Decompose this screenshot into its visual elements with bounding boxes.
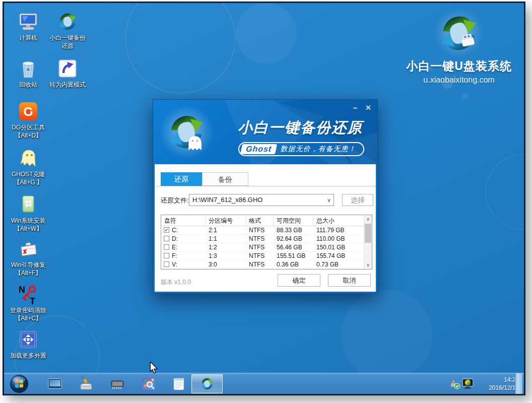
bokeh-circle <box>125 3 236 94</box>
total-size: 155.74 GB <box>313 252 364 260</box>
curved-arrow-icon <box>56 57 79 80</box>
tray-usb-icon[interactable] <box>449 378 460 389</box>
fs-format: NTFS <box>246 235 274 243</box>
backup-restore-dialog: 小白一键备份还原 Ghost 数据无价，有备无患！ – ✕ 还原 备份 还原文件… <box>153 99 378 294</box>
xiaobai-usb-logo-icon <box>435 9 483 57</box>
partition-table-body: ✓C:2:1NTFS88.33 GB111.79 GBD:1:1NTFS92.6… <box>161 226 364 269</box>
ok-button[interactable]: 确定 <box>278 274 320 287</box>
tray-display-icon[interactable] <box>461 377 474 390</box>
taskbar-notepad-icon[interactable] <box>171 376 186 391</box>
free-space: 0.36 GB <box>274 260 313 268</box>
free-space: 155.51 GB <box>274 252 313 260</box>
nt-key-icon: NT <box>17 283 40 306</box>
total-size: 110.00 GB <box>313 235 364 243</box>
free-space: 88.33 GB <box>274 226 313 234</box>
desktop-icon-load-more[interactable]: 加载更多外置 <box>5 328 51 360</box>
fs-format: NTFS <box>246 252 274 260</box>
desktop-icon-label: DG分区工具 【Alt+D】 <box>5 124 51 140</box>
table-row[interactable]: V:3:0NTFS0.36 GB0.73 GB <box>161 260 364 269</box>
win-installer-icon <box>17 193 40 216</box>
table-row[interactable]: ✓C:2:1NTFS88.33 GB111.79 GB <box>161 226 364 235</box>
svg-text:T: T <box>30 296 35 305</box>
scroll-up-icon[interactable]: ∧ <box>364 216 372 223</box>
tab-restore[interactable]: 还原 <box>161 172 202 186</box>
start-button[interactable] <box>10 374 29 393</box>
taskbar: 14:28 2016/12/15 <box>4 373 524 394</box>
tab-divider <box>155 186 376 186</box>
row-checkbox[interactable] <box>164 236 169 241</box>
row-checkbox[interactable] <box>164 253 169 258</box>
desktop-icon-label: 登录密码清除 【Alt+C】 <box>5 307 51 322</box>
table-scrollbar[interactable]: ∧ ∨ <box>364 215 372 269</box>
xiaobai-backup-icon <box>56 10 79 33</box>
desktop-icon-label: Win系统安装 【Alt+W】 <box>5 217 51 233</box>
table-row[interactable]: D:1:1NTFS92.64 GB110.00 GB <box>161 235 364 243</box>
drive-cell: F: <box>161 252 206 260</box>
cancel-button[interactable]: 取消 <box>328 274 371 287</box>
drive-letter: V: <box>172 260 177 268</box>
column-header-partition: 分区编号 <box>206 215 246 226</box>
desktop-background: 计算机 回收站 G DG分区工具 【Alt+D】 GHOST克隆 【Alt+G … <box>4 3 524 394</box>
row-checkbox[interactable] <box>164 244 169 250</box>
table-row[interactable]: E:1:2NTFS56.46 GB150.01 GB <box>161 243 364 252</box>
desktop-icon-password-clear[interactable]: NT 登录密码清除 【Alt+C】 <box>5 283 51 322</box>
desktop-icon-xiaobai-backup[interactable]: 小白一键备份 还原 <box>44 10 91 50</box>
drive-cell: E: <box>161 243 206 251</box>
restore-file-label: 还原文件: <box>161 196 189 205</box>
total-size: 111.79 GB <box>313 226 364 234</box>
desktop-icon-label: 转为内置模式 <box>44 81 91 89</box>
ghost-chip: Ghost <box>240 144 277 154</box>
drive-letter: C: <box>172 226 178 234</box>
total-size: 150.01 GB <box>313 243 364 251</box>
desktop-icon-boot-repair[interactable]: Win引导修复 【Alt+F】 <box>5 237 51 277</box>
fs-format: NTFS <box>246 226 274 234</box>
scrollbar-thumb[interactable] <box>365 224 371 243</box>
taskbar-memory-tool-icon[interactable] <box>110 376 125 391</box>
taskbar-desktop-preview-icon[interactable] <box>47 376 62 391</box>
fs-format: NTFS <box>246 243 274 251</box>
row-checkbox[interactable]: ✓ <box>164 227 169 233</box>
minimize-button[interactable]: – <box>350 103 360 113</box>
ghost-badge-row: Ghost 数据无价，有备无患！ <box>230 142 373 156</box>
taskbar-disk-cleanup-icon[interactable] <box>79 376 94 391</box>
recycle-bin-icon <box>17 57 40 80</box>
svg-text:N: N <box>19 285 25 295</box>
desktop-icon-builtin-mode[interactable]: 转为内置模式 <box>44 57 91 89</box>
desktop-icon-dg-partition[interactable]: G DG分区工具 【Alt+D】 <box>5 100 51 140</box>
partition-id: 3:0 <box>206 260 246 268</box>
drive-letter: E: <box>172 243 177 251</box>
taskbar-image-tool-icon[interactable] <box>141 376 156 391</box>
restore-file-combobox[interactable]: H:\WIN7_612_x86.GHO ∨ <box>189 194 334 206</box>
close-button[interactable]: ✕ <box>363 103 373 113</box>
choose-file-button[interactable]: 选择 <box>342 194 373 206</box>
ghost-icon <box>17 147 40 170</box>
desktop-icon-label: 小白一键备份 还原 <box>44 34 91 50</box>
taskbar-clock[interactable]: 14:28 2016/12/15 <box>479 376 519 392</box>
branding-url: u.xiaobaixitong.com <box>391 76 524 85</box>
total-size: 0.73 GB <box>313 260 364 268</box>
desktop-icon-ghost-clone[interactable]: GHOST克隆 【Alt+G 】 <box>5 147 51 186</box>
desktop-icon-label: 加载更多外置 <box>5 352 51 360</box>
show-desktop-button[interactable] <box>515 373 522 394</box>
tab-backup[interactable]: 备份 <box>202 172 248 186</box>
branding-product-name: 小白一键U盘装系统 <box>391 58 524 74</box>
clock-date: 2016/12/15 <box>479 384 519 392</box>
restore-file-value: H:\WIN7_612_x86.GHO <box>192 196 262 204</box>
taskbar-xiaobai-active-button[interactable] <box>191 374 223 393</box>
row-checkbox[interactable] <box>164 261 169 267</box>
desktop-icon-label: GHOST克隆 【Alt+G 】 <box>5 171 51 186</box>
drive-letter: F: <box>172 252 177 260</box>
column-header-drive: 盘符 <box>161 215 206 226</box>
dialog-logo-icon <box>159 105 214 159</box>
dg-partition-icon: G <box>17 100 40 123</box>
clock-time: 14:28 <box>479 376 519 384</box>
desktop-icon-win-install[interactable]: Win系统安装 【Alt+W】 <box>5 193 51 233</box>
chevron-down-icon: ∨ <box>327 194 331 206</box>
partition-table: 盘符 分区编号 格式 可用空间 总大小 ✓C:2:1NTFS88.33 GB11… <box>161 215 372 270</box>
partition-id: 2:1 <box>206 226 246 234</box>
expand-arrows-icon <box>17 328 40 351</box>
dialog-banner: 小白一键备份还原 Ghost 数据无价，有备无患！ – ✕ <box>153 100 377 164</box>
ghost-chip-label: Ghost <box>245 145 272 154</box>
scroll-down-icon[interactable]: ∨ <box>364 261 372 268</box>
table-row[interactable]: F:1:3NTFS155.51 GB155.74 GB <box>161 252 364 260</box>
